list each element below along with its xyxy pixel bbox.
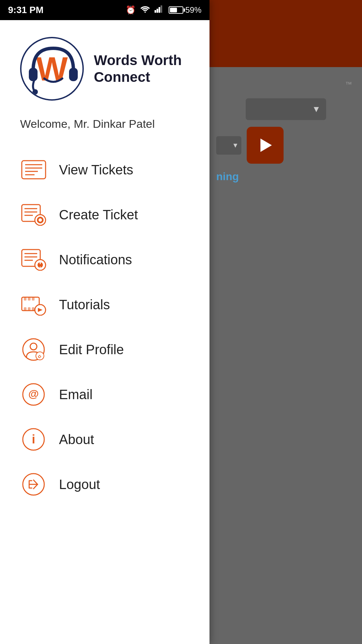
app-name-text: Words Worth Connect xyxy=(94,52,189,86)
svg-rect-1 xyxy=(155,10,156,13)
svg-rect-3 xyxy=(159,7,160,13)
wifi-icon xyxy=(140,5,150,15)
svg-rect-29 xyxy=(24,297,26,301)
menu-item-view-tickets[interactable]: View Tickets xyxy=(0,147,209,192)
email-label: Email xyxy=(59,387,93,402)
tm-badge: ™ xyxy=(216,77,355,92)
menu-item-tutorials[interactable]: Tutorials xyxy=(0,282,209,327)
svg-rect-6 xyxy=(69,68,78,81)
right-content: ™ ▼ ▼ ning xyxy=(209,67,362,200)
right-dropdown: ▼ xyxy=(246,98,326,120)
menu-item-email[interactable]: @ Email xyxy=(0,372,209,417)
logout-icon xyxy=(20,473,47,496)
menu-item-notifications[interactable]: Notifications xyxy=(0,237,209,282)
right-top-bar xyxy=(209,0,362,67)
email-icon: @ xyxy=(20,383,47,406)
view-tickets-icon xyxy=(20,158,47,181)
right-panel-background: ™ ▼ ▼ ning xyxy=(209,0,362,644)
battery-fill xyxy=(170,8,177,12)
menu-item-edit-profile[interactable]: Edit Profile xyxy=(0,327,209,372)
menu-list: View Tickets Create Ticket xyxy=(0,147,209,507)
svg-rect-33 xyxy=(28,307,31,311)
status-icons: ⏰ xyxy=(126,5,201,15)
drawer-header: W Words Worth Connect xyxy=(0,20,209,114)
svg-rect-31 xyxy=(32,297,35,301)
signal-icon xyxy=(155,5,164,15)
svg-rect-2 xyxy=(157,9,158,13)
play-button-background xyxy=(247,127,284,164)
tutorials-icon xyxy=(20,293,47,316)
svg-rect-4 xyxy=(161,5,162,13)
battery-indicator: 59% xyxy=(169,5,201,15)
svg-point-19 xyxy=(39,218,42,222)
edit-profile-label: Edit Profile xyxy=(59,342,124,357)
svg-rect-5 xyxy=(29,68,38,81)
svg-point-27 xyxy=(40,266,41,267)
svg-rect-8 xyxy=(22,161,46,179)
svg-point-0 xyxy=(144,11,146,13)
welcome-message: Welcome, Mr. Dinkar Patel xyxy=(0,114,209,147)
status-time: 9:31 PM xyxy=(8,5,44,15)
dropdown-arrow-icon: ▼ xyxy=(312,104,321,114)
menu-item-logout[interactable]: Logout xyxy=(0,462,209,507)
play-triangle-icon xyxy=(260,139,272,152)
right-controls: ▼ xyxy=(216,127,355,164)
about-icon: i xyxy=(20,428,47,451)
svg-point-38 xyxy=(30,343,37,350)
svg-line-47 xyxy=(34,484,38,489)
right-text: ning xyxy=(216,170,355,183)
app-logo: W xyxy=(20,37,84,101)
svg-point-7 xyxy=(33,89,38,95)
status-bar: 9:31 PM ⏰ xyxy=(0,0,209,20)
small-dropdown-arrow-icon: ▼ xyxy=(232,142,239,149)
battery-icon xyxy=(169,6,183,14)
svg-text:@: @ xyxy=(28,388,39,400)
navigation-drawer: 9:31 PM ⏰ xyxy=(0,0,209,644)
logo-circle: W xyxy=(20,37,84,101)
alarm-icon: ⏰ xyxy=(126,5,136,15)
svg-rect-30 xyxy=(28,297,31,301)
notifications-icon xyxy=(20,248,47,271)
about-label: About xyxy=(59,432,94,447)
app-title: Words Worth Connect xyxy=(94,52,189,86)
view-tickets-label: View Tickets xyxy=(59,162,133,177)
create-ticket-icon xyxy=(20,203,47,226)
svg-rect-34 xyxy=(32,307,35,311)
svg-line-46 xyxy=(34,480,38,484)
svg-text:i: i xyxy=(32,432,35,446)
edit-profile-icon xyxy=(20,338,47,361)
right-dropdown-row: ▼ xyxy=(216,98,355,120)
tutorials-label: Tutorials xyxy=(59,297,110,312)
notifications-label: Notifications xyxy=(59,252,132,267)
logout-label: Logout xyxy=(59,477,100,492)
battery-percent: 59% xyxy=(185,5,201,15)
menu-item-about[interactable]: i About xyxy=(0,417,209,462)
create-ticket-label: Create Ticket xyxy=(59,207,138,222)
right-small-dropdown: ▼ xyxy=(216,136,241,155)
menu-item-create-ticket[interactable]: Create Ticket xyxy=(0,192,209,237)
svg-rect-32 xyxy=(24,307,26,311)
